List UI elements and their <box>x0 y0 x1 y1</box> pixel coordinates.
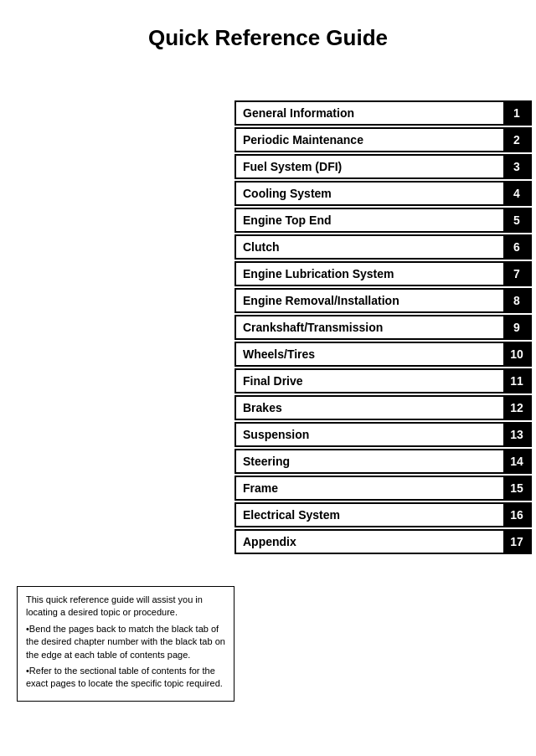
toc-item[interactable]: Frame15 <box>234 476 532 501</box>
toc-label: Periodic Maintenance <box>236 129 503 151</box>
toc-item[interactable]: Fuel System (DFI)3 <box>234 154 532 179</box>
toc-item[interactable]: Cooling System4 <box>234 181 532 206</box>
toc-number: 3 <box>503 156 530 177</box>
toc-number: 12 <box>503 397 530 419</box>
toc-label: Cooling System <box>236 183 503 204</box>
page-title: Quick Reference Guide <box>0 0 536 68</box>
toc-label: Suspension <box>236 424 503 445</box>
toc-number: 9 <box>503 316 530 338</box>
toc-item[interactable]: Final Drive11 <box>234 368 532 393</box>
toc-item[interactable]: General Information1 <box>234 100 532 126</box>
toc-item[interactable]: Steering14 <box>234 449 532 474</box>
toc-label: Appendix <box>236 531 503 553</box>
note-line2: •Bend the pages back to match the black … <box>26 623 225 661</box>
toc-number: 13 <box>503 424 530 445</box>
toc-label: Engine Lubrication System <box>236 263 503 285</box>
toc-label: Fuel System (DFI) <box>236 156 503 177</box>
toc-container: General Information1Periodic Maintenance… <box>234 100 532 556</box>
toc-number: 7 <box>503 263 530 285</box>
toc-label: Brakes <box>236 397 503 419</box>
toc-item[interactable]: Engine Removal/Installation8 <box>234 288 532 313</box>
toc-number: 4 <box>503 183 530 204</box>
toc-number: 10 <box>503 343 530 365</box>
toc-number: 17 <box>503 531 530 553</box>
toc-label: Crankshaft/Transmission <box>236 316 503 338</box>
toc-label: Clutch <box>236 236 503 258</box>
toc-number: 5 <box>503 209 530 231</box>
toc-number: 11 <box>503 370 530 392</box>
toc-item[interactable]: Crankshaft/Transmission9 <box>234 315 532 340</box>
toc-label: Engine Top End <box>236 209 503 231</box>
toc-number: 14 <box>503 450 530 472</box>
toc-number: 16 <box>503 504 530 526</box>
toc-item[interactable]: Periodic Maintenance2 <box>234 127 532 152</box>
toc-label: Wheels/Tires <box>236 343 503 365</box>
toc-number: 2 <box>503 129 530 151</box>
note-line3: •Refer to the sectional table of content… <box>26 665 225 691</box>
note-line1: This quick reference guide will assist y… <box>26 594 225 620</box>
toc-number: 15 <box>503 477 530 499</box>
toc-item[interactable]: Engine Lubrication System7 <box>234 261 532 286</box>
toc-item[interactable]: Brakes12 <box>234 395 532 420</box>
toc-label: General Information <box>236 102 503 124</box>
toc-item[interactable]: Suspension13 <box>234 422 532 447</box>
toc-number: 8 <box>503 290 530 311</box>
toc-item[interactable]: Clutch6 <box>234 234 532 260</box>
toc-item[interactable]: Wheels/Tires10 <box>234 342 532 367</box>
toc-label: Final Drive <box>236 370 503 392</box>
toc-label: Steering <box>236 450 503 472</box>
toc-item[interactable]: Engine Top End5 <box>234 208 532 233</box>
toc-label: Engine Removal/Installation <box>236 290 503 311</box>
toc-label: Electrical System <box>236 504 503 526</box>
toc-number: 1 <box>503 102 530 124</box>
note-box: This quick reference guide will assist y… <box>17 586 234 702</box>
toc-item[interactable]: Electrical System16 <box>234 502 532 527</box>
toc-item[interactable]: Appendix17 <box>234 529 532 554</box>
toc-number: 6 <box>503 236 530 258</box>
toc-label: Frame <box>236 477 503 499</box>
